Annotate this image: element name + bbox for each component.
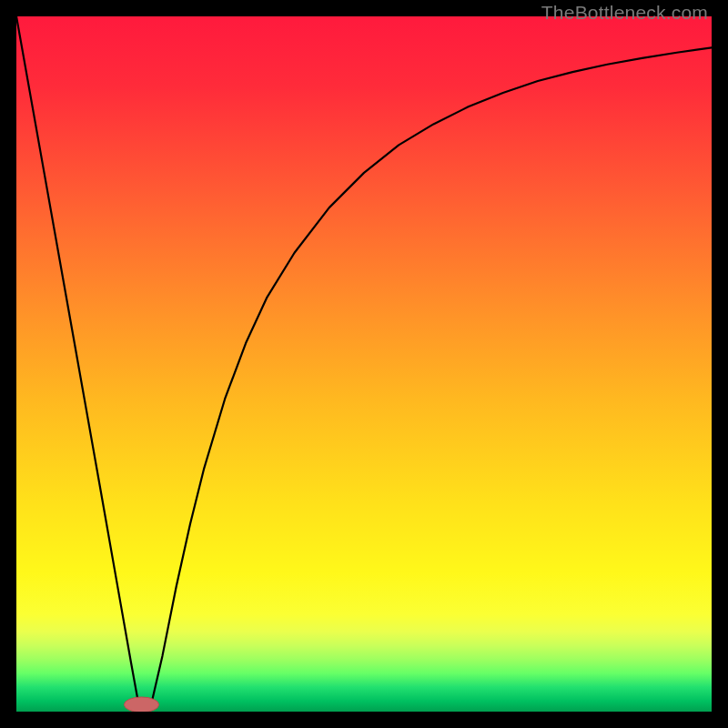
watermark-text: TheBottleneck.com — [541, 2, 708, 24]
chart-frame — [16, 16, 712, 712]
optimum-marker — [124, 697, 158, 712]
bottleneck-chart — [16, 16, 712, 712]
